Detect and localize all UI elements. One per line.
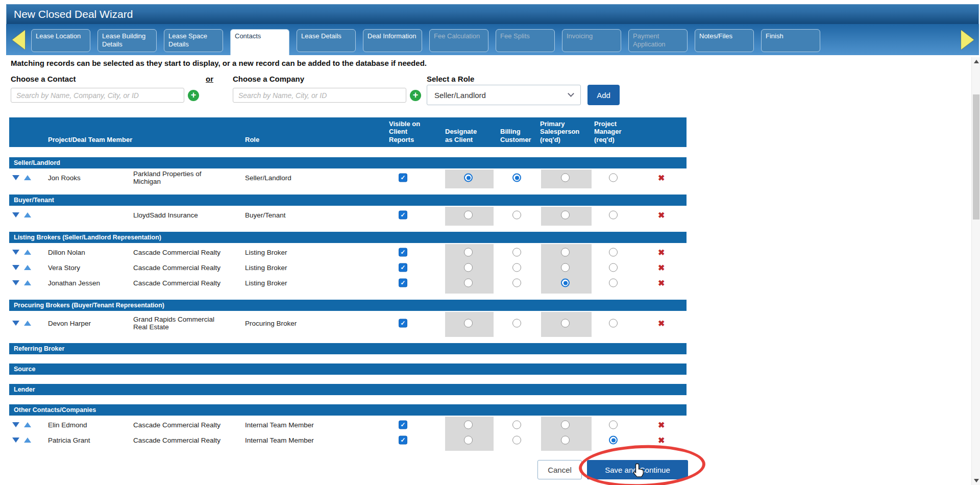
delete-icon[interactable] bbox=[658, 210, 665, 220]
tab-contacts[interactable]: Contacts bbox=[230, 29, 289, 55]
delete-icon[interactable] bbox=[658, 435, 665, 445]
tab-lease-building-details[interactable]: Lease Building Details bbox=[97, 29, 157, 52]
vertical-scrollbar[interactable] bbox=[971, 57, 980, 485]
designate-radio[interactable] bbox=[464, 279, 473, 287]
designate-radio[interactable] bbox=[464, 421, 473, 429]
next-tab-icon[interactable] bbox=[961, 30, 974, 50]
billing-radio[interactable] bbox=[512, 211, 521, 220]
billing-radio[interactable] bbox=[512, 421, 521, 429]
member-company: Parkland Properties of Michigan bbox=[133, 170, 228, 185]
delete-icon[interactable] bbox=[658, 420, 665, 430]
designate-radio[interactable] bbox=[464, 436, 473, 445]
prev-tab-icon[interactable] bbox=[12, 30, 25, 50]
primary-radio[interactable] bbox=[561, 263, 570, 272]
company-search-input[interactable] bbox=[233, 88, 406, 103]
tab-fee-calculation: Fee Calculation bbox=[429, 29, 488, 52]
tab-finish[interactable]: Finish bbox=[761, 29, 820, 52]
move-up-icon[interactable] bbox=[24, 438, 31, 443]
member-role: Internal Team Member bbox=[245, 421, 332, 429]
move-up-icon[interactable] bbox=[24, 422, 31, 427]
project-manager-radio[interactable] bbox=[609, 421, 618, 429]
section-rows: Dillon NolanCascade Commercial RealtyLis… bbox=[9, 243, 687, 290]
move-up-icon[interactable] bbox=[24, 265, 31, 270]
member-role: Seller/Landlord bbox=[245, 174, 332, 182]
delete-icon[interactable] bbox=[658, 248, 665, 257]
move-down-icon[interactable] bbox=[12, 422, 19, 427]
delete-icon[interactable] bbox=[658, 263, 665, 273]
add-company-icon[interactable] bbox=[410, 90, 421, 101]
contact-search-input[interactable] bbox=[11, 88, 184, 103]
visible-checkbox[interactable] bbox=[399, 319, 407, 328]
primary-radio[interactable] bbox=[561, 174, 570, 182]
chevron-down-icon bbox=[568, 90, 574, 97]
row-move-arrows bbox=[12, 422, 43, 427]
designate-radio[interactable] bbox=[464, 319, 473, 328]
move-up-icon[interactable] bbox=[24, 280, 31, 285]
designate-radio[interactable] bbox=[464, 211, 473, 220]
delete-icon[interactable] bbox=[658, 173, 665, 183]
project-manager-radio[interactable] bbox=[609, 436, 618, 445]
primary-radio[interactable] bbox=[561, 248, 570, 257]
section-rows: LloydSadd InsuranceBuyer/Tenant bbox=[9, 206, 687, 223]
project-manager-radio[interactable] bbox=[609, 248, 618, 257]
visible-checkbox[interactable] bbox=[399, 436, 407, 445]
move-down-icon[interactable] bbox=[12, 212, 19, 217]
primary-radio[interactable] bbox=[561, 421, 570, 429]
role-select[interactable]: Seller/Landlord bbox=[427, 85, 581, 105]
visible-checkbox[interactable] bbox=[399, 279, 407, 287]
move-down-icon[interactable] bbox=[12, 280, 19, 285]
project-manager-radio[interactable] bbox=[609, 174, 618, 182]
scroll-down-icon[interactable] bbox=[974, 479, 979, 482]
project-manager-radio[interactable] bbox=[609, 319, 618, 328]
visible-checkbox[interactable] bbox=[399, 263, 407, 272]
tab-lease-location[interactable]: Lease Location bbox=[31, 29, 90, 52]
designate-radio[interactable] bbox=[464, 263, 473, 272]
primary-radio[interactable] bbox=[561, 211, 570, 220]
row-move-arrows bbox=[12, 280, 43, 285]
move-up-icon[interactable] bbox=[24, 212, 31, 217]
move-down-icon[interactable] bbox=[12, 438, 19, 443]
member-name: Jonathan Jessen bbox=[48, 279, 131, 287]
billing-radio[interactable] bbox=[512, 436, 521, 445]
section-header: Referring Broker bbox=[9, 343, 687, 354]
project-manager-radio[interactable] bbox=[609, 279, 618, 287]
move-up-icon[interactable] bbox=[24, 321, 31, 326]
project-manager-radio[interactable] bbox=[609, 263, 618, 272]
primary-radio[interactable] bbox=[561, 319, 570, 328]
tab-lease-details[interactable]: Lease Details bbox=[297, 29, 356, 52]
scroll-up-icon[interactable] bbox=[974, 60, 979, 63]
visible-checkbox[interactable] bbox=[399, 248, 407, 257]
cancel-button[interactable]: Cancel bbox=[537, 460, 582, 479]
billing-radio[interactable] bbox=[512, 319, 521, 328]
scrollbar-thumb[interactable] bbox=[973, 94, 979, 220]
billing-radio[interactable] bbox=[512, 174, 521, 182]
tab-deal-information[interactable]: Deal Information bbox=[363, 29, 422, 52]
move-down-icon[interactable] bbox=[12, 175, 19, 180]
move-up-icon[interactable] bbox=[24, 175, 31, 180]
section-seller-landlord: Seller/LandlordJon RooksParkland Propert… bbox=[9, 157, 687, 185]
delete-icon[interactable] bbox=[658, 278, 665, 288]
delete-icon[interactable] bbox=[658, 319, 665, 328]
move-down-icon[interactable] bbox=[12, 265, 19, 270]
designate-radio[interactable] bbox=[464, 248, 473, 257]
project-manager-radio[interactable] bbox=[609, 211, 618, 220]
member-role: Listing Broker bbox=[245, 279, 332, 287]
visible-checkbox[interactable] bbox=[399, 421, 407, 429]
move-down-icon[interactable] bbox=[12, 321, 19, 326]
move-down-icon[interactable] bbox=[12, 250, 19, 255]
visible-checkbox[interactable] bbox=[399, 211, 407, 220]
table-row: Patricia GrantCascade Commercial RealtyI… bbox=[9, 432, 687, 448]
designate-radio[interactable] bbox=[464, 174, 473, 182]
primary-radio[interactable] bbox=[561, 279, 570, 287]
visible-checkbox[interactable] bbox=[399, 174, 407, 182]
tab-notes-files[interactable]: Notes/Files bbox=[695, 29, 754, 52]
billing-radio[interactable] bbox=[512, 263, 521, 272]
billing-radio[interactable] bbox=[512, 248, 521, 257]
add-button[interactable]: Add bbox=[587, 85, 620, 105]
primary-radio[interactable] bbox=[561, 436, 570, 445]
move-up-icon[interactable] bbox=[24, 250, 31, 255]
billing-radio[interactable] bbox=[512, 279, 521, 287]
save-and-continue-button[interactable]: Save and Continue bbox=[587, 460, 688, 479]
tab-lease-space-details[interactable]: Lease Space Details bbox=[164, 29, 223, 52]
add-contact-icon[interactable] bbox=[188, 90, 199, 101]
